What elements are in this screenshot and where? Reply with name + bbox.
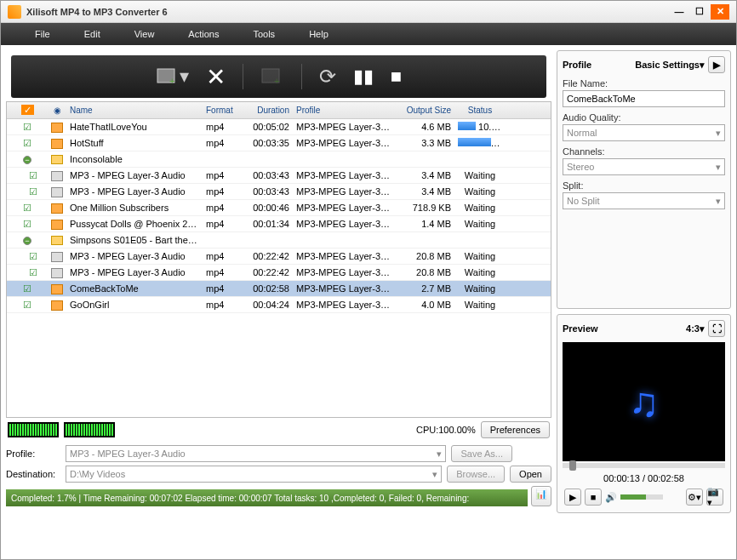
- filename-label: File Name:: [563, 78, 725, 89]
- checkbox[interactable]: ☑: [23, 219, 31, 229]
- cell-duration: 00:03:35: [245, 138, 293, 148]
- table-row[interactable]: ☑Pussycat Dolls @ Phoenix 24...mp400:01:…: [7, 216, 551, 232]
- snapshot-settings-button[interactable]: ⚙▾: [686, 489, 703, 506]
- add-files-button[interactable]: + ▾: [156, 66, 189, 88]
- menu-tools[interactable]: Tools: [236, 29, 292, 39]
- audio-icon: [51, 252, 63, 262]
- collapse-icon[interactable]: −: [23, 156, 31, 164]
- quality-select[interactable]: Normal▾: [563, 124, 725, 141]
- cell-status: Waiting: [454, 203, 506, 213]
- cell-name: MP3 - MPEG Layer-3 Audio: [66, 186, 203, 197]
- minimize-button[interactable]: —: [670, 4, 688, 20]
- cell-duration: 00:03:43: [245, 170, 293, 180]
- profile-combo[interactable]: MP3 - MPEG Layer-3 Audio▾: [66, 445, 446, 462]
- table-row[interactable]: ☑MP3 - MPEG Layer-3 Audiomp400:22:42MP3-…: [7, 265, 551, 281]
- checkbox[interactable]: ☑: [23, 203, 31, 213]
- audio-icon: [51, 171, 63, 181]
- collapse-icon[interactable]: −: [23, 237, 31, 245]
- profile-label: Profile:: [6, 449, 60, 459]
- pause-button[interactable]: ▮▮: [353, 66, 374, 88]
- cell-name: HateThatILoveYou: [66, 122, 203, 132]
- cell-status: Waiting: [454, 300, 506, 310]
- titlebar: Xilisoft MP4 to MP3 Converter 6 — ☐ ✕: [1, 1, 736, 23]
- checkbox[interactable]: ☑: [23, 300, 31, 310]
- menu-file[interactable]: File: [18, 29, 67, 39]
- cell-status: Waiting: [454, 283, 506, 294]
- header-status[interactable]: Status: [454, 106, 506, 115]
- table-row[interactable]: ☑GoOnGirlmp400:04:24MP3-MPEG Layer-3 A..…: [7, 297, 551, 313]
- volume-slider[interactable]: [620, 494, 663, 500]
- menu-actions[interactable]: Actions: [171, 29, 236, 39]
- checkbox[interactable]: ☑: [23, 122, 31, 132]
- svg-text:+: +: [169, 76, 174, 86]
- table-row[interactable]: ☑MP3 - MPEG Layer-3 Audiomp400:22:42MP3-…: [7, 249, 551, 265]
- menu-view[interactable]: View: [117, 29, 172, 39]
- channels-select[interactable]: Stereo▾: [563, 158, 725, 175]
- table-row[interactable]: ☑ComeBackToMemp400:02:58MP3-MPEG Layer-3…: [7, 281, 551, 297]
- header-name[interactable]: Name: [66, 106, 203, 115]
- snapshot-button[interactable]: 📷▾: [706, 489, 723, 506]
- checkbox[interactable]: ☑: [29, 251, 37, 261]
- cell-name: MP3 - MPEG Layer-3 Audio: [66, 267, 203, 277]
- checkbox[interactable]: ☑: [29, 170, 37, 180]
- table-row[interactable]: ☑MP3 - MPEG Layer-3 Audiomp400:03:43MP3-…: [7, 184, 551, 200]
- save-as-button[interactable]: Save As...: [451, 445, 512, 462]
- status-detail-button[interactable]: 📊: [531, 486, 551, 506]
- header-duration[interactable]: Duration: [245, 106, 293, 115]
- cell-size: 20.8 MB: [395, 267, 454, 277]
- table-header: ✓ ◉ Name Format Duration Profile Output …: [7, 102, 551, 119]
- destination-combo[interactable]: D:\My Videos▾: [66, 466, 442, 483]
- convert-button[interactable]: ⟳: [319, 65, 336, 89]
- volume-icon[interactable]: 🔊: [605, 492, 617, 503]
- header-check[interactable]: ✓: [7, 105, 48, 116]
- stop-preview-button[interactable]: ■: [585, 489, 602, 506]
- play-button[interactable]: ▶: [564, 489, 581, 506]
- header-format[interactable]: Format: [203, 106, 245, 115]
- cell-duration: 00:22:42: [245, 267, 293, 277]
- cell-size: 20.8 MB: [395, 251, 454, 261]
- folder-icon: [51, 155, 63, 164]
- checkbox[interactable]: ☑: [29, 267, 37, 277]
- cell-size: 4.0 MB: [395, 300, 454, 310]
- table-row[interactable]: ☑HotStuffmp400:03:35MP3-MPEG Layer-3 A..…: [7, 135, 551, 151]
- preview-title: Preview: [563, 323, 598, 334]
- aspect-ratio-select[interactable]: 4:3▾: [686, 323, 705, 334]
- split-select[interactable]: No Split▾: [563, 192, 725, 209]
- quality-label: Audio Quality:: [563, 112, 725, 123]
- cell-size: 718.9 KB: [395, 203, 454, 213]
- chevron-down-icon: ▾: [432, 469, 437, 480]
- cell-profile: MP3-MPEG Layer-3 A...: [293, 300, 395, 310]
- window-title: Xilisoft MP4 to MP3 Converter 6: [26, 7, 668, 17]
- cell-format: mp4: [203, 283, 245, 294]
- table-row[interactable]: ☑MP3 - MPEG Layer-3 Audiomp400:03:43MP3-…: [7, 168, 551, 184]
- maximize-button[interactable]: ☐: [690, 4, 709, 20]
- browse-button[interactable]: Browse...: [447, 466, 505, 483]
- open-button[interactable]: Open: [510, 466, 551, 483]
- filename-input[interactable]: ComeBackToMe: [563, 90, 725, 107]
- add-profile-button[interactable]: +: [260, 67, 284, 86]
- preferences-button[interactable]: Preferences: [481, 421, 550, 438]
- table-row[interactable]: − Simpsons S01E05 - Bart the G...: [7, 232, 551, 249]
- table-row[interactable]: − Inconsolable: [7, 151, 551, 168]
- stop-button[interactable]: ■: [391, 66, 402, 88]
- cell-profile: MP3-MPEG Layer-3 A...: [293, 267, 395, 277]
- table-row[interactable]: ☑One Million Subscribersmp400:00:46MP3-M…: [7, 200, 551, 216]
- settings-dropdown[interactable]: Basic Settings▾: [635, 60, 705, 71]
- remove-button[interactable]: ✕: [206, 63, 226, 91]
- checkbox[interactable]: ☑: [29, 186, 37, 197]
- menu-help[interactable]: Help: [292, 29, 346, 39]
- header-profile[interactable]: Profile: [293, 106, 395, 115]
- header-size[interactable]: Output Size: [395, 106, 454, 115]
- close-button[interactable]: ✕: [711, 4, 729, 20]
- checkbox[interactable]: ☑: [23, 138, 31, 148]
- header-type-icon[interactable]: ◉: [48, 106, 66, 115]
- next-settings-button[interactable]: ▶: [708, 56, 725, 73]
- destination-value: D:\My Videos: [70, 469, 125, 479]
- table-row[interactable]: ☑HateThatILoveYoump400:05:02MP3-MPEG Lay…: [7, 119, 551, 135]
- seek-thumb[interactable]: [569, 460, 576, 471]
- fullscreen-button[interactable]: ⛶: [708, 320, 725, 337]
- seek-bar[interactable]: [563, 463, 725, 468]
- menu-edit[interactable]: Edit: [67, 29, 117, 39]
- checkbox[interactable]: ☑: [23, 283, 31, 294]
- cell-duration: 00:22:42: [245, 251, 293, 261]
